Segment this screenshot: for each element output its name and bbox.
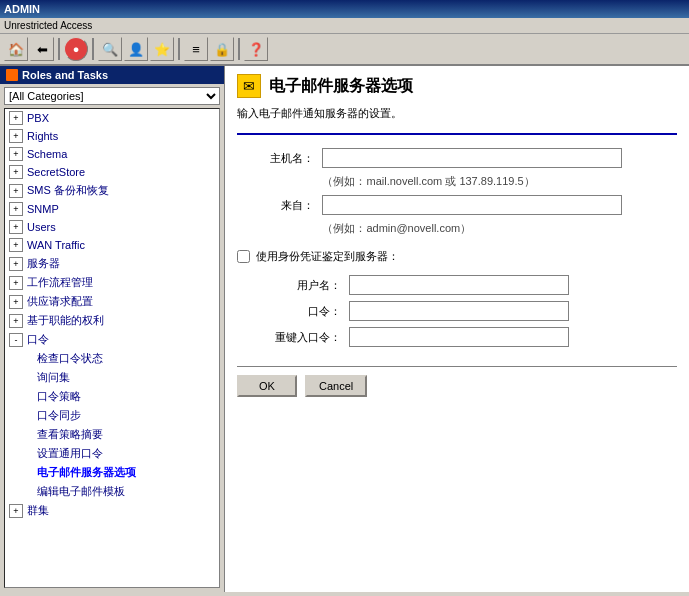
server-expand-icon: + bbox=[9, 257, 23, 271]
from-label: 来自： bbox=[237, 192, 318, 218]
username-label: 用户名： bbox=[237, 272, 345, 298]
hostname-row: 主机名： bbox=[237, 145, 677, 171]
sidebar-item-snmp[interactable]: + SNMP bbox=[5, 200, 219, 218]
sidebar-header: Roles and Tasks bbox=[0, 66, 224, 84]
sidebar-sub-check-status[interactable]: 检查口令状态 bbox=[5, 349, 219, 368]
sidebar-item-community[interactable]: + 群集 bbox=[5, 501, 219, 520]
reenter-label: 重键入口令： bbox=[237, 324, 345, 350]
rights-expand-icon: + bbox=[9, 129, 23, 143]
auth-checkbox-label: 使用身份凭证鉴定到服务器： bbox=[256, 249, 399, 264]
auth-checkbox[interactable] bbox=[237, 250, 250, 263]
access-label: Unrestricted Access bbox=[4, 20, 92, 31]
username-row: 用户名： bbox=[237, 272, 677, 298]
credentials-table: 用户名： 口令： 重键入口令： bbox=[237, 272, 677, 350]
sms-expand-icon: + bbox=[9, 184, 23, 198]
wan-expand-icon: + bbox=[9, 238, 23, 252]
sidebar-sub-edit-template[interactable]: 编辑电子邮件模板 bbox=[5, 482, 219, 501]
button-row: OK Cancel bbox=[237, 375, 677, 397]
secretstore-expand-icon: + bbox=[9, 165, 23, 179]
toolbar-nav-btn[interactable]: ⬅ bbox=[30, 37, 54, 61]
supply-expand-icon: + bbox=[9, 295, 23, 309]
toolbar-home-btn[interactable]: 🏠 bbox=[4, 37, 28, 61]
toolbar-sep1 bbox=[58, 38, 60, 60]
content-subtitle: 输入电子邮件通知服务器的设置。 bbox=[237, 106, 677, 121]
main-layout: Roles and Tasks [All Categories] + PBX +… bbox=[0, 66, 689, 592]
users-expand-icon: + bbox=[9, 220, 23, 234]
sidebar-sub-policy[interactable]: 口令策略 bbox=[5, 387, 219, 406]
roles-icon bbox=[6, 69, 18, 81]
sidebar-item-password[interactable]: - 口令 bbox=[5, 330, 219, 349]
content-area: ✉ 电子邮件服务器选项 输入电子邮件通知服务器的设置。 主机名： （例如：mai… bbox=[225, 66, 689, 592]
ok-button[interactable]: OK bbox=[237, 375, 297, 397]
sidebar-label-wan: WAN Traffic bbox=[27, 239, 85, 251]
toolbar-search-btn[interactable]: 🔍 bbox=[98, 37, 122, 61]
sidebar-item-secretstore[interactable]: + SecretStore bbox=[5, 163, 219, 181]
content-title: 电子邮件服务器选项 bbox=[269, 76, 413, 97]
password-row: 口令： bbox=[237, 298, 677, 324]
from-input[interactable] bbox=[322, 195, 622, 215]
title-text: ADMIN bbox=[4, 3, 40, 15]
sidebar-item-workflow[interactable]: + 工作流程管理 bbox=[5, 273, 219, 292]
sidebar: Roles and Tasks [All Categories] + PBX +… bbox=[0, 66, 225, 592]
sidebar-label-rolebased: 基于职能的权利 bbox=[27, 313, 104, 328]
sidebar-sub-set-universal[interactable]: 设置通用口令 bbox=[5, 444, 219, 463]
sidebar-label-schema: Schema bbox=[27, 148, 67, 160]
sidebar-sub-view-policy[interactable]: 查看策略摘要 bbox=[5, 425, 219, 444]
sidebar-item-rolebased[interactable]: + 基于职能的权利 bbox=[5, 311, 219, 330]
hostname-label: 主机名： bbox=[237, 145, 318, 171]
sidebar-item-users[interactable]: + Users bbox=[5, 218, 219, 236]
toolbar-star-btn[interactable]: ⭐ bbox=[150, 37, 174, 61]
sidebar-label-rights: Rights bbox=[27, 130, 58, 142]
username-input[interactable] bbox=[349, 275, 569, 295]
sidebar-item-sms[interactable]: + SMS 备份和恢复 bbox=[5, 181, 219, 200]
sidebar-sub-sync[interactable]: 口令同步 bbox=[5, 406, 219, 425]
sidebar-sub-hint[interactable]: 询问集 bbox=[5, 368, 219, 387]
toolbar-lock-btn[interactable]: 🔒 bbox=[210, 37, 234, 61]
schema-expand-icon: + bbox=[9, 147, 23, 161]
sidebar-label-workflow: 工作流程管理 bbox=[27, 275, 93, 290]
sidebar-item-rights[interactable]: + Rights bbox=[5, 127, 219, 145]
from-hint: （例如：admin@novell.com） bbox=[318, 218, 677, 239]
rolebased-expand-icon: + bbox=[9, 314, 23, 328]
sidebar-scroll: + PBX + Rights + Schema + SecretStore + … bbox=[4, 108, 220, 588]
workflow-expand-icon: + bbox=[9, 276, 23, 290]
toolbar-sep4 bbox=[238, 38, 240, 60]
hostname-input[interactable] bbox=[322, 148, 622, 168]
sidebar-item-schema[interactable]: + Schema bbox=[5, 145, 219, 163]
categories-dropdown[interactable]: [All Categories] bbox=[4, 87, 220, 105]
form-separator bbox=[237, 366, 677, 367]
community-expand-icon: + bbox=[9, 504, 23, 518]
password-input[interactable] bbox=[349, 301, 569, 321]
sidebar-label-snmp: SNMP bbox=[27, 203, 59, 215]
sidebar-label-supply: 供应请求配置 bbox=[27, 294, 93, 309]
reenter-row: 重键入口令： bbox=[237, 324, 677, 350]
email-icon: ✉ bbox=[237, 74, 261, 98]
form-table: 主机名： （例如：mail.novell.com 或 137.89.119.5）… bbox=[237, 145, 677, 239]
toolbar-sep3 bbox=[178, 38, 180, 60]
title-bar: ADMIN bbox=[0, 0, 689, 18]
sidebar-label-password: 口令 bbox=[27, 332, 49, 347]
password-label: 口令： bbox=[237, 298, 345, 324]
sidebar-item-supply[interactable]: + 供应请求配置 bbox=[5, 292, 219, 311]
sidebar-label-secretstore: SecretStore bbox=[27, 166, 85, 178]
sidebar-item-server[interactable]: + 服务器 bbox=[5, 254, 219, 273]
sidebar-label-server: 服务器 bbox=[27, 256, 60, 271]
toolbar-sep2 bbox=[92, 38, 94, 60]
toolbar-help-btn[interactable]: ❓ bbox=[244, 37, 268, 61]
sidebar-item-pbx[interactable]: + PBX bbox=[5, 109, 219, 127]
reenter-input[interactable] bbox=[349, 327, 569, 347]
cancel-button[interactable]: Cancel bbox=[305, 375, 367, 397]
sidebar-label-pbx: PBX bbox=[27, 112, 49, 124]
toolbar: 🏠 ⬅ ● 🔍 👤 ⭐ ≡ 🔒 ❓ bbox=[0, 34, 689, 66]
sidebar-item-wan[interactable]: + WAN Traffic bbox=[5, 236, 219, 254]
snmp-expand-icon: + bbox=[9, 202, 23, 216]
toolbar-circle-btn[interactable]: ● bbox=[64, 37, 88, 61]
from-row: 来自： bbox=[237, 192, 677, 218]
hostname-hint-row: （例如：mail.novell.com 或 137.89.119.5） bbox=[237, 171, 677, 192]
content-title-row: ✉ 电子邮件服务器选项 bbox=[237, 74, 677, 98]
pbx-expand-icon: + bbox=[9, 111, 23, 125]
toolbar-list-btn[interactable]: ≡ bbox=[184, 37, 208, 61]
sidebar-label-users: Users bbox=[27, 221, 56, 233]
toolbar-person-btn[interactable]: 👤 bbox=[124, 37, 148, 61]
sidebar-sub-email-options[interactable]: 电子邮件服务器选项 bbox=[5, 463, 219, 482]
